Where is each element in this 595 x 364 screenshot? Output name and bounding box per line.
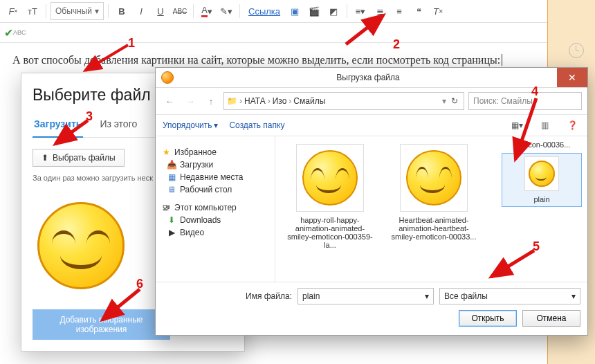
tab-from-site[interactable]: Из этого xyxy=(98,114,138,137)
computer-icon: 🖳 xyxy=(161,203,171,212)
annotation-arrow xyxy=(97,286,145,328)
dialog-cancel-button[interactable]: Отмена xyxy=(522,310,580,327)
breadcrumb[interactable]: 📁 › НАТА › Изо › Смайлы ▾ ↻ xyxy=(223,92,464,110)
insert-link[interactable]: Ссылка xyxy=(244,6,284,17)
chevron-down-icon[interactable]: ▾ xyxy=(442,96,446,106)
close-button[interactable]: ✕ xyxy=(557,68,587,87)
annotation-arrow xyxy=(340,10,396,48)
remove-format-icon[interactable]: T× xyxy=(429,2,447,20)
recent-icon: ▦ xyxy=(167,172,176,182)
format-clear-icon[interactable]: F× xyxy=(4,2,22,20)
star-icon: ★ xyxy=(161,147,171,157)
filename-value: plain xyxy=(302,291,320,301)
separator xyxy=(239,4,240,18)
chevron-down-icon: ▾ xyxy=(425,291,429,301)
file-item[interactable]: happy-roll-happy-animation-animated-smil… xyxy=(281,140,379,253)
dialog-bottom: Имя файла: plain ▾ Все файлы ▾ Открыть О… xyxy=(156,282,587,335)
new-folder-button[interactable]: Создать папку xyxy=(229,120,284,130)
desktop-icon: 🖥 xyxy=(167,185,176,194)
tree-downloads2[interactable]: ⬇Downloads xyxy=(158,214,272,226)
tree-label: Этот компьютер xyxy=(174,203,237,212)
chevron-right-icon: › xyxy=(268,96,271,106)
tree-label: Загрузки xyxy=(180,160,213,170)
filename-input[interactable]: plain ▾ xyxy=(298,288,434,304)
annotation-arrow xyxy=(484,248,540,282)
annotation-arrow xyxy=(80,42,135,76)
up-button[interactable]: ↑ xyxy=(203,93,219,109)
clock-icon[interactable] xyxy=(569,43,584,58)
tree-videos[interactable]: ▶Видео xyxy=(158,226,272,239)
highlight-icon[interactable]: ✎▾ xyxy=(217,2,235,20)
folder-icon: 📁 xyxy=(227,96,237,106)
forward-button[interactable]: → xyxy=(182,93,199,109)
file-thumbnail xyxy=(296,144,364,212)
breadcrumb-item[interactable]: Изо xyxy=(273,96,287,106)
separator xyxy=(193,4,194,18)
chevron-right-icon: › xyxy=(289,96,291,106)
filetype-dropdown[interactable]: Все файлы ▾ xyxy=(439,288,580,304)
italic-icon[interactable]: I xyxy=(132,2,150,20)
file-thumbnail xyxy=(400,144,468,212)
refresh-icon[interactable]: ↻ xyxy=(451,96,458,106)
download-icon: ⬇ xyxy=(167,215,176,225)
separator xyxy=(108,4,109,18)
text-height-icon[interactable]: тТ xyxy=(24,2,42,20)
underline-icon[interactable]: U xyxy=(152,2,170,20)
quote-icon[interactable]: ❝ xyxy=(410,2,428,20)
chevron-down-icon: ▾ xyxy=(95,6,99,16)
dialog-title: Выгрузка файла xyxy=(179,73,557,82)
chevron-right-icon: › xyxy=(239,96,242,106)
organize-menu[interactable]: Упорядочить ▾ xyxy=(163,120,218,130)
tree-label: Видео xyxy=(180,228,204,237)
breadcrumb-item[interactable]: Смайлы xyxy=(293,96,325,106)
tree-favorites[interactable]: ★Избранное xyxy=(158,146,272,158)
tree-downloads[interactable]: 📥Загрузки xyxy=(158,158,272,171)
upload-icon: ⬆ xyxy=(42,153,48,163)
file-name: Heartbeat-animated-animation-heartbeat-s… xyxy=(388,216,479,241)
chevron-down-icon: ▾ xyxy=(571,291,576,301)
back-button[interactable]: ← xyxy=(161,93,178,109)
editor-subtoolbar: ✔ABC xyxy=(0,23,595,43)
video-icon: ▶ xyxy=(167,228,176,237)
editor-toolbar: F× тТ Обычный ▾ B I U ABC A▾ ✎▾ Ссылка ▣… xyxy=(0,0,595,23)
help-button[interactable]: ❓ xyxy=(564,117,580,134)
tree-desktop[interactable]: 🖥Рабочий стол xyxy=(158,183,272,196)
tree-computer[interactable]: 🖳Этот компьютер xyxy=(158,201,272,214)
spellcheck-icon[interactable]: ✔ABC xyxy=(4,26,26,39)
filename-row: Имя файла: plain ▾ Все файлы ▾ xyxy=(163,288,580,304)
organize-label: Упорядочить xyxy=(163,120,212,130)
file-preview xyxy=(33,197,129,294)
insert-video-icon[interactable]: 🎬 xyxy=(305,2,323,20)
tree-label: Избранное xyxy=(174,147,217,157)
dialog-actions: Открыть Отмена xyxy=(163,310,580,327)
strike-icon[interactable]: ABC xyxy=(171,2,189,20)
tree-label: Недавние места xyxy=(180,172,243,182)
chevron-down-icon: ▾ xyxy=(214,120,218,130)
separator xyxy=(46,4,46,18)
annotation-arrow xyxy=(509,95,543,165)
smiley-preview-image xyxy=(37,202,125,289)
file-item[interactable]: Heartbeat-animated-animation-heartbeat-s… xyxy=(385,140,483,244)
file-name: plain xyxy=(505,195,578,203)
breadcrumb-item[interactable]: НАТА xyxy=(244,96,266,106)
choose-files-label: Выбрать файлы xyxy=(53,153,116,163)
annotation-arrow xyxy=(50,116,91,151)
tree-label: Downloads xyxy=(180,215,221,225)
folder-icon: 📥 xyxy=(167,160,176,170)
filetype-value: Все файлы xyxy=(444,291,488,301)
tree-recent[interactable]: ▦Недавние места xyxy=(158,171,272,183)
choose-files-button[interactable]: ⬆ Выбрать файлы xyxy=(33,149,125,167)
text-color-icon[interactable]: A▾ xyxy=(198,2,216,20)
style-dropdown-label: Обычный xyxy=(55,6,92,16)
dialog-titlebar: Выгрузка файла ✕ xyxy=(156,68,587,88)
style-dropdown[interactable]: Обычный ▾ xyxy=(51,2,104,20)
file-name: happy-roll-happy-animation-animated-smil… xyxy=(284,216,376,249)
bold-icon[interactable]: B xyxy=(113,2,131,20)
folder-tree: ★Избранное 📥Загрузки ▦Недавние места 🖥Ра… xyxy=(156,136,275,282)
tree-label: Рабочий стол xyxy=(180,185,232,194)
firefox-icon xyxy=(161,71,174,84)
filename-label: Имя файла: xyxy=(163,291,292,301)
open-button[interactable]: Открыть xyxy=(459,310,517,327)
insert-image-icon[interactable]: ▣ xyxy=(286,2,304,20)
